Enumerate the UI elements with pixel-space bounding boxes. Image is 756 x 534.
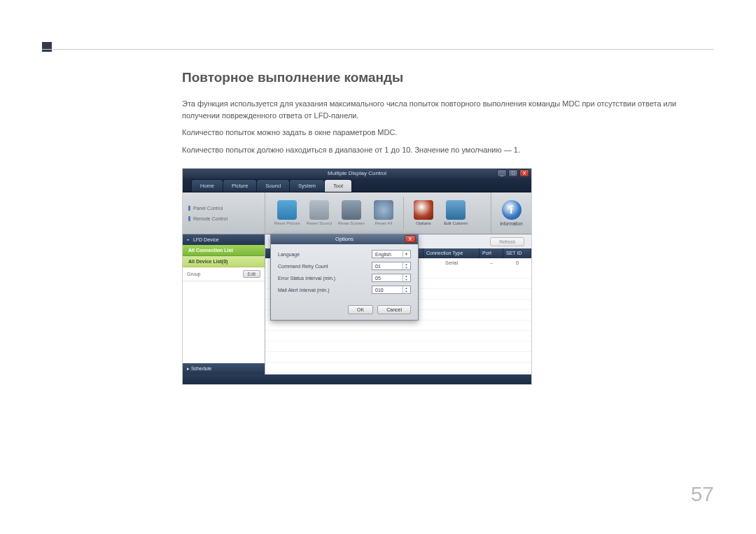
language-value: English xyxy=(375,252,391,257)
reset-all-label: Reset All xyxy=(375,221,392,225)
chevron-down-icon: ▾ xyxy=(402,251,410,257)
window-close-button[interactable]: X xyxy=(519,169,529,177)
options-button[interactable]: Options xyxy=(409,196,438,231)
chevron-down-icon: ▾ xyxy=(187,238,189,241)
edit-column-button[interactable]: Edit Column xyxy=(441,196,470,231)
menu-bar: Home Picture Sound System Tool xyxy=(183,178,531,192)
tab-sound[interactable]: Sound xyxy=(256,179,290,192)
cell-connection-type: Serial xyxy=(424,258,479,268)
ribbon-toolbar: Panel Control Remote Control Reset Pictu… xyxy=(183,192,531,234)
language-label: Language xyxy=(278,252,372,257)
mail-interval-label: Mail Alert Interval (min.) xyxy=(278,288,372,293)
panel-control-link[interactable]: Panel Control xyxy=(188,206,259,211)
sidebar-spacer xyxy=(183,281,265,363)
th-connection-type: Connection Type xyxy=(424,248,479,258)
reset-sound-button[interactable]: Reset Sound xyxy=(304,196,334,231)
tab-tool[interactable]: Tool xyxy=(324,179,352,192)
options-icon xyxy=(414,200,433,220)
error-interval-spinner[interactable]: 05 ▲▼ xyxy=(372,274,411,282)
app-screenshot: Multiple Display Control _ □ X Home Pict… xyxy=(182,168,532,385)
dialog-titlebar: Options X xyxy=(271,234,418,244)
horizontal-rule xyxy=(42,49,714,50)
options-dialog: Options X Language English ▾ Command Ret… xyxy=(270,234,419,321)
remote-control-link[interactable]: Remote Control xyxy=(188,216,259,221)
reset-system-label: Reset System xyxy=(338,221,365,225)
error-interval-value: 05 xyxy=(375,276,381,281)
body-paragraph: Количество попыток должно находиться в д… xyxy=(182,144,714,156)
dialog-close-button[interactable]: X xyxy=(405,235,416,243)
body-paragraph: Эта функция используется для указания ма… xyxy=(182,98,714,121)
edit-column-icon xyxy=(446,200,465,220)
section-title: Повторное выполнение команды xyxy=(182,70,714,85)
reset-picture-label: Reset Picture xyxy=(274,221,300,225)
ok-button[interactable]: OK xyxy=(348,305,373,314)
information-button[interactable]: i Information xyxy=(491,192,531,234)
window-title: Multiple Display Control xyxy=(328,170,386,176)
chapter-marker xyxy=(42,42,52,52)
reset-sound-icon xyxy=(309,200,329,220)
mail-interval-spinner[interactable]: 010 ▲▼ xyxy=(372,286,411,294)
retry-count-spinner[interactable]: 01 ▲▼ xyxy=(372,262,411,270)
chevron-right-icon: ▸ xyxy=(187,366,190,371)
reset-system-button[interactable]: Reset System xyxy=(337,196,366,231)
th-set-id: SET ID xyxy=(503,248,531,258)
mail-interval-value: 010 xyxy=(375,288,384,293)
edit-column-label: Edit Column xyxy=(444,221,468,225)
sidebar-header-lfd[interactable]: ▾ LFD Device xyxy=(183,234,265,245)
sidebar-item-all-device[interactable]: All Device List(0) xyxy=(183,256,265,267)
cell-set-id: 0 xyxy=(503,258,531,268)
page-number: 57 xyxy=(691,482,714,506)
device-sidebar: ▾ LFD Device All Connection List All Dev… xyxy=(183,234,265,374)
spin-down-icon: ▼ xyxy=(403,266,410,269)
retry-count-label: Command Retry Count xyxy=(278,264,372,269)
window-minimize-button[interactable]: _ xyxy=(497,169,507,177)
window-maximize-button[interactable]: □ xyxy=(508,169,518,177)
sidebar-group-row: Group Edit xyxy=(183,267,265,281)
window-titlebar: Multiple Display Control _ □ X xyxy=(183,169,531,178)
reset-picture-icon xyxy=(277,200,297,220)
cell-port: -- xyxy=(479,258,503,268)
sidebar-schedule-label: Schedule xyxy=(191,366,211,371)
group-label: Group xyxy=(187,272,200,276)
reset-all-icon xyxy=(374,200,393,220)
body-paragraph: Количество попыток можно задать в окне п… xyxy=(182,127,714,139)
tab-home[interactable]: Home xyxy=(191,179,223,192)
th-port: Port xyxy=(479,248,503,258)
sidebar-item-all-connection[interactable]: All Connection List xyxy=(183,245,265,256)
ribbon-separator xyxy=(403,197,404,230)
reset-all-button[interactable]: Reset All xyxy=(369,196,398,231)
reset-picture-button[interactable]: Reset Picture xyxy=(272,196,302,231)
refresh-button[interactable]: Refresh xyxy=(490,237,524,246)
reset-system-icon xyxy=(342,200,361,220)
cancel-button[interactable]: Cancel xyxy=(377,305,411,314)
status-bar xyxy=(183,374,531,385)
info-icon: i xyxy=(502,200,522,220)
tab-system[interactable]: System xyxy=(289,179,325,192)
dialog-title: Options xyxy=(335,236,354,242)
spin-down-icon: ▼ xyxy=(403,290,410,293)
sidebar-header-schedule[interactable]: ▸ Schedule xyxy=(183,363,265,374)
retry-count-value: 01 xyxy=(375,264,381,269)
reset-sound-label: Reset Sound xyxy=(307,221,332,225)
sidebar-header-label: LFD Device xyxy=(193,237,219,242)
options-label: Options xyxy=(416,221,430,225)
error-interval-label: Error Status Interval (min.) xyxy=(278,276,372,281)
spin-down-icon: ▼ xyxy=(403,278,410,281)
tab-picture[interactable]: Picture xyxy=(223,179,257,192)
group-edit-button[interactable]: Edit xyxy=(243,270,260,278)
info-label: Information xyxy=(500,221,523,226)
language-select[interactable]: English ▾ xyxy=(372,250,411,258)
